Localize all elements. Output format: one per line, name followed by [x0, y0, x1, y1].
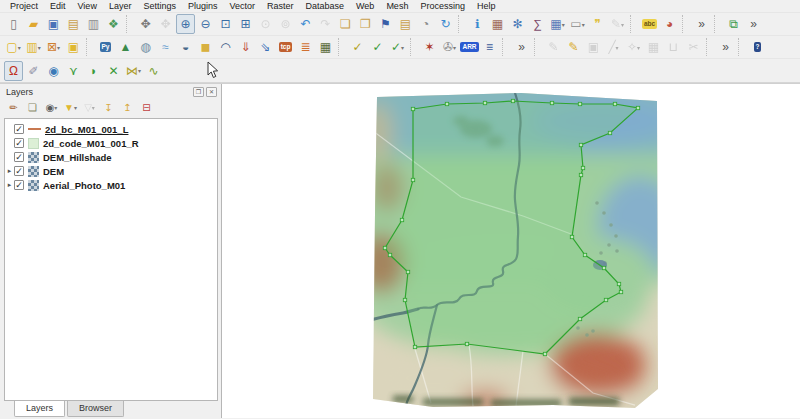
dropdown-arrow-icon[interactable]: ▾	[621, 21, 624, 28]
zoom-to-selection-icon[interactable]: ⊙	[256, 14, 275, 34]
topology-branch-tool-icon[interactable]: ⋎	[64, 61, 83, 81]
layer-item[interactable]: ▸✓2d_bc_M01_001_L	[5, 122, 217, 136]
show-sum-icon[interactable]: ∑	[528, 14, 547, 34]
layer-visibility-checkbox[interactable]: ✓	[14, 166, 24, 176]
zoom-last-icon[interactable]: ↶	[296, 14, 315, 34]
menu-settings[interactable]: Settings	[137, 1, 182, 11]
map-tips-icon[interactable]: ❞	[588, 14, 607, 34]
pan-to-selection-icon[interactable]: ✥	[156, 14, 175, 34]
check-single-icon[interactable]: ✓▾	[388, 37, 407, 57]
vertex-tool-icon[interactable]: ✧▾	[624, 37, 643, 57]
cut-features-icon[interactable]: ✂	[684, 37, 703, 57]
open-project-icon[interactable]: ▰	[24, 14, 43, 34]
zoom-in-icon[interactable]: ⊕	[176, 14, 195, 34]
modify-attributes-icon[interactable]: ▦	[644, 37, 663, 57]
save-edits-icon[interactable]: ▣	[584, 37, 603, 57]
processing-toolbox-icon[interactable]: ✻	[508, 14, 527, 34]
bowtie-tool-icon[interactable]: ⋈▾	[124, 61, 143, 81]
tracing-tool-icon[interactable]: ✐	[24, 61, 43, 81]
save-project-icon[interactable]: ▣	[44, 14, 63, 34]
map-canvas[interactable]	[222, 84, 800, 418]
dropdown-arrow-icon[interactable]: ▾	[38, 44, 41, 51]
zoom-to-layer-icon[interactable]: ⊚	[276, 14, 295, 34]
polygon-tool-icon[interactable]: ◗	[84, 61, 103, 81]
expand-all-icon[interactable]: ↧	[100, 99, 117, 116]
layer-item[interactable]: ▸✓2d_code_M01_001_R	[5, 136, 217, 150]
dropdown-arrow-icon[interactable]: ▾	[582, 21, 585, 28]
zoom-native-icon[interactable]: ⊡	[216, 14, 235, 34]
menu-project[interactable]: Project	[4, 1, 44, 11]
add-virtual-layer-icon[interactable]: ≈	[156, 37, 175, 57]
toolbar-overflow-4[interactable]: »	[716, 37, 735, 57]
raster-image-icon[interactable]: ▦	[316, 37, 335, 57]
toolbar-overflow-3[interactable]: »	[512, 37, 531, 57]
filter-by-expression-icon[interactable]: ▽▾	[81, 99, 98, 116]
tab-layers[interactable]: Layers	[14, 401, 65, 417]
dropdown-arrow-icon[interactable]: ▾	[92, 104, 95, 111]
close-panel-button[interactable]: ✕	[206, 87, 217, 97]
add-group-icon[interactable]: ❏	[24, 99, 41, 116]
check-validity-icon[interactable]: ✓	[368, 37, 387, 57]
check-geometry-icon[interactable]: ✓	[348, 37, 367, 57]
style-manager-icon[interactable]: ❖	[104, 14, 123, 34]
manage-map-themes-icon[interactable]: ◉▾	[43, 99, 60, 116]
expander-icon[interactable]: ▸	[5, 167, 14, 175]
layout-manager-icon[interactable]: ▥	[84, 14, 103, 34]
layer-tree[interactable]: ▸✓2d_bc_M01_001_L▸✓2d_code_M01_001_R▸✓DE…	[4, 118, 218, 401]
menu-processing[interactable]: Processing	[414, 1, 471, 11]
menu-raster[interactable]: Raster	[261, 1, 300, 11]
zoom-full-icon[interactable]: ⊞	[236, 14, 255, 34]
data-table-plugin-icon[interactable]: ≡	[480, 37, 499, 57]
select-by-value-icon[interactable]: ▥▾	[24, 37, 43, 57]
dropdown-arrow-icon[interactable]: ▾	[637, 44, 640, 51]
layer-visibility-checkbox[interactable]: ✓	[14, 180, 24, 190]
temporal-controller-icon[interactable]: ◔	[416, 14, 435, 34]
layer-visibility-checkbox[interactable]: ✓	[14, 152, 24, 162]
tcp-connection-icon[interactable]: tcp	[276, 37, 295, 57]
help-icon[interactable]: ?	[748, 37, 767, 57]
collapse-all-icon[interactable]: ↥	[119, 99, 136, 116]
dropdown-arrow-icon[interactable]: ▾	[616, 44, 619, 51]
attachments-icon[interactable]: ✇▾	[440, 37, 459, 57]
python-console-icon[interactable]: Py	[96, 37, 115, 57]
dropdown-arrow-icon[interactable]: ▾	[562, 21, 565, 28]
statistical-summary-icon[interactable]: ▦	[488, 14, 507, 34]
current-edits-icon[interactable]: ✎	[544, 37, 563, 57]
new-3d-map-view-icon[interactable]: ❐	[356, 14, 375, 34]
menu-edit[interactable]: Edit	[44, 1, 72, 11]
delete-selected-icon[interactable]: ⊔	[664, 37, 683, 57]
dropdown-arrow-icon[interactable]: ▾	[453, 44, 456, 51]
new-bookmark-icon[interactable]: ⚑	[376, 14, 395, 34]
zoom-out-icon[interactable]: ⊖	[196, 14, 215, 34]
dropdown-arrow-icon[interactable]: ▾	[18, 44, 21, 51]
diagram-toolbar-icon[interactable]: ◕	[660, 14, 679, 34]
float-panel-button[interactable]: ❐	[193, 87, 204, 97]
menu-vector[interactable]: Vector	[223, 1, 261, 11]
open-layer-styling-icon[interactable]: ✏	[5, 99, 22, 116]
zigzag-tool-icon[interactable]: ∿	[144, 61, 163, 81]
add-geopackage-layer-icon[interactable]: ◍	[136, 37, 155, 57]
filter-legend-icon[interactable]: ▼▾	[62, 99, 79, 116]
add-vector-layer-icon[interactable]: ▲	[116, 37, 135, 57]
refresh-icon[interactable]: ↻	[436, 14, 455, 34]
tab-browser[interactable]: Browser	[67, 401, 124, 417]
layer-styling-icon[interactable]: ≣	[296, 37, 315, 57]
export-features-icon[interactable]: ⇘	[256, 37, 275, 57]
zoom-next-icon[interactable]: ↷	[316, 14, 335, 34]
measure-icon[interactable]: ▭▾	[568, 14, 587, 34]
add-oracle-layer-icon[interactable]: ◠	[216, 37, 235, 57]
pan-map-icon[interactable]: ✥	[136, 14, 155, 34]
select-features-icon[interactable]: ▢▾	[4, 37, 23, 57]
attribute-table-icon[interactable]: ▦▾	[548, 14, 567, 34]
menu-layer[interactable]: Layer	[103, 1, 138, 11]
dropdown-arrow-icon[interactable]: ▾	[138, 67, 141, 74]
expander-icon[interactable]: ▸	[5, 181, 14, 189]
dropdown-arrow-icon[interactable]: ▾	[401, 44, 404, 51]
add-spatialite-layer-icon[interactable]: ◒	[176, 37, 195, 57]
show-bookmarks-icon[interactable]: ▤	[396, 14, 415, 34]
menu-database[interactable]: Database	[300, 1, 351, 11]
import-features-icon[interactable]: ⇓	[236, 37, 255, 57]
remove-layer-icon[interactable]: ⊟	[138, 99, 155, 116]
layer-item[interactable]: ▸✓Aerial_Photo_M01	[5, 178, 217, 192]
menu-help[interactable]: Help	[471, 1, 502, 11]
